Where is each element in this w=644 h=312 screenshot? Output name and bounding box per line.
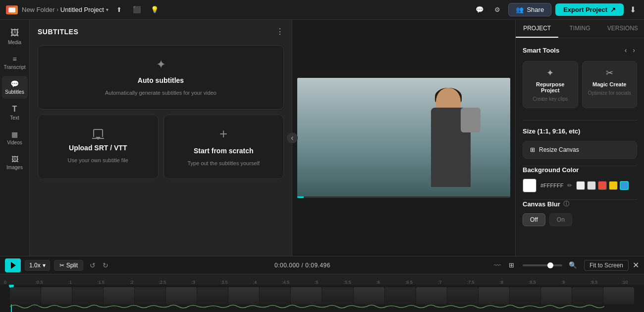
sidebar-item-transcript[interactable]: ≡ Transcript: [2, 51, 28, 74]
ruler-mark-8: :8: [486, 280, 517, 285]
bottom-controls-bar: 1.0x ▾ ✂ Split ↺ ↻ 0:00.000 / 0:09.496 〰…: [0, 256, 644, 274]
swatch-yellow[interactable]: [609, 181, 618, 190]
settings-button[interactable]: ⚙: [490, 3, 504, 17]
film-frame: [166, 287, 197, 305]
ruler-mark-35: :3.5: [209, 280, 239, 285]
magic-create-title: Magic Create: [592, 81, 626, 87]
canvas-blur-on-button[interactable]: On: [549, 213, 572, 226]
timecode-current: 0:00.000: [274, 262, 300, 269]
resize-canvas-icon: ⊞: [530, 146, 535, 153]
smart-tools-cards: ✦ Repurpose Project Create key clips ✂ M…: [523, 61, 637, 108]
split-button[interactable]: ✂ Split: [54, 260, 83, 271]
video-frame: [297, 78, 510, 198]
chat-button[interactable]: 💬: [473, 3, 486, 17]
transcript-icon: ≡: [12, 55, 16, 63]
upload-srt-card[interactable]: Upload SRT / VTT Use your own subtitle f…: [38, 115, 159, 179]
undo-redo-controls: ↺ ↻: [87, 260, 111, 271]
export-icon: ↗: [610, 6, 616, 13]
ruler-mark-25: :2.5: [147, 280, 178, 285]
resize-canvas-button[interactable]: ⊞ Resize Canvas: [523, 141, 637, 159]
canvas-blur-off-button[interactable]: Off: [523, 213, 545, 226]
ruler-mark-45: :4.5: [270, 280, 301, 285]
fit-screen-button[interactable]: Fit to Screen: [584, 260, 629, 271]
ruler-mark-7: :7: [425, 280, 455, 285]
export-label: Export Project: [563, 6, 607, 13]
scratch-title: Start from scratch: [194, 147, 254, 155]
zoom-slider[interactable]: [523, 264, 562, 266]
sidebar-item-videos[interactable]: ▦ Videos: [2, 126, 28, 149]
sidebar-item-images[interactable]: 🖼 Images: [2, 151, 28, 174]
film-frame: [572, 287, 603, 305]
tab-project[interactable]: PROJECT: [516, 20, 558, 38]
project-name[interactable]: Untitled Project: [60, 6, 104, 13]
swatch-red[interactable]: [598, 181, 607, 190]
film-frame: [416, 287, 447, 305]
play-button[interactable]: [5, 258, 21, 272]
sidebar-media-label: Media: [8, 40, 21, 45]
tab-versions[interactable]: VERSIONS: [601, 20, 644, 38]
swatch-gray[interactable]: [587, 181, 596, 190]
color-edit-button[interactable]: ✏: [567, 182, 572, 189]
film-frame: [197, 287, 228, 305]
swatch-white[interactable]: [576, 181, 585, 190]
more-options-button[interactable]: ⋮: [276, 27, 284, 36]
ruler-mark-95: :9.5: [579, 280, 609, 285]
film-frame: [228, 287, 259, 305]
ruler-mark-0: 0: [4, 280, 24, 285]
repurpose-project-card[interactable]: ✦ Repurpose Project Create key clips: [523, 61, 578, 108]
undo-button[interactable]: ↺: [87, 260, 98, 271]
panel-collapse-button[interactable]: ‹: [287, 132, 298, 143]
color-preview[interactable]: [523, 179, 537, 192]
ruler-mark-2: :2: [116, 280, 147, 285]
canvas-blur-info-icon[interactable]: ⓘ: [563, 200, 569, 208]
bulb-button[interactable]: 💡: [148, 3, 162, 17]
speed-selector[interactable]: 1.0x ▾: [25, 260, 50, 271]
tab-timing[interactable]: TIMING: [558, 20, 601, 38]
videos-icon: ▦: [11, 130, 18, 138]
folder-name[interactable]: New Folder: [22, 6, 54, 13]
start-from-scratch-card[interactable]: Start from scratch Type out the subtitle…: [163, 115, 284, 179]
sidebar-subtitles-label: Subtitles: [5, 89, 24, 95]
filmstrip: [10, 287, 634, 305]
share-icon: 👥: [516, 6, 524, 13]
smart-tools-prev[interactable]: ‹: [623, 45, 629, 55]
monitor-button[interactable]: ⬛: [130, 3, 144, 17]
ruler-mark-1: :1: [54, 280, 85, 285]
sidebar-item-text[interactable]: T Text: [2, 101, 28, 125]
size-section: Size (1:1, 9:16, etc) ⊞ Resize Canvas: [516, 121, 644, 166]
bg-color-controls: #FFFFFF ✏: [523, 179, 637, 192]
right-panel-tabs: PROJECT TIMING VERSIONS: [516, 20, 644, 38]
smart-tools-next[interactable]: ›: [631, 45, 637, 55]
upload-button[interactable]: ⬆: [112, 3, 126, 17]
zoom-in-button[interactable]: 🔍: [566, 258, 580, 272]
share-button[interactable]: 👥 Share: [508, 3, 551, 16]
background-color-section: Background Color #FFFFFF ✏: [516, 166, 644, 199]
swatch-blue[interactable]: [620, 181, 629, 190]
upload-srt-title: Upload SRT / VTT: [69, 144, 127, 152]
auto-subtitles-card[interactable]: Auto subtitles Automatically generate su…: [38, 45, 284, 110]
images-icon: 🖼: [11, 155, 18, 163]
bg-color-title: Background Color: [523, 166, 637, 174]
magic-create-card[interactable]: ✂ Magic Create Optimize for socials: [582, 61, 638, 108]
film-frame: [447, 287, 478, 305]
fit-icon-button[interactable]: ⊞: [505, 258, 519, 272]
main-content: 🖼 Media ≡ Transcript 💬 Subtitles T Text …: [0, 20, 644, 256]
repurpose-desc: Create key clips: [533, 96, 568, 102]
download-button[interactable]: ⬇: [628, 3, 638, 16]
close-timeline-button[interactable]: ✕: [633, 260, 639, 270]
film-frame: [10, 287, 41, 305]
smart-tools-title: Smart Tools: [523, 47, 559, 54]
sidebar-item-subtitles[interactable]: 💬 Subtitles: [2, 76, 28, 99]
resize-canvas-label: Resize Canvas: [539, 146, 579, 153]
export-button[interactable]: Export Project ↗: [555, 3, 624, 16]
share-label: Share: [527, 6, 544, 13]
color-swatches: [576, 181, 629, 190]
project-dropdown-icon[interactable]: ▾: [106, 7, 108, 12]
repurpose-icon: ✦: [546, 67, 554, 78]
play-icon: [11, 262, 16, 269]
timeline-track[interactable]: [0, 285, 644, 312]
topbar: New Folder › Untitled Project ▾ ⬆ ⬛ 💡 💬 …: [0, 0, 644, 20]
scratch-desc: Type out the subtitles yourself: [187, 160, 260, 167]
redo-button[interactable]: ↻: [100, 260, 111, 271]
sidebar-item-media[interactable]: 🖼 Media: [2, 24, 28, 49]
